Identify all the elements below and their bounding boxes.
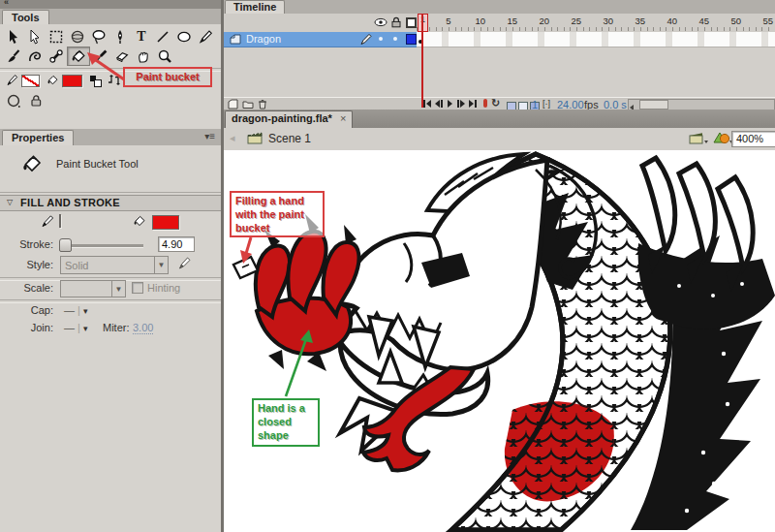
play-button[interactable] [448,100,452,108]
stroke-value: 4.90 [162,238,182,250]
lock-layers-icon[interactable] [390,16,402,30]
hinting-checkbox[interactable] [132,282,143,294]
edit-symbols-button[interactable] [712,131,733,147]
layer-visible-dot[interactable] [379,37,383,41]
outline-layers-icon[interactable] [406,17,417,28]
hand-tool-icon[interactable] [133,47,154,65]
stroke-color-swatch[interactable] [21,75,40,87]
style-label: Style: [0,259,53,270]
zoom-level-field[interactable]: 400% [731,131,775,147]
back-button[interactable]: ◂ [230,132,235,144]
properties-separator-3 [0,299,221,303]
tools-options-row [0,90,221,113]
brush-tool-icon[interactable] [3,47,24,65]
cap-dropdown-arrow-icon: ▾ [83,306,88,316]
bone-tool-icon[interactable] [46,47,67,65]
lock-icon[interactable] [29,94,44,110]
layer-type-icon [230,34,241,47]
fill-and-stroke-header[interactable]: ▽ FILL AND STROKE [0,195,221,211]
layer-outline-color-swatch[interactable] [406,34,417,45]
stage-canvas[interactable]: Filling a hand with the paint bucket Han… [224,150,775,532]
cap-dropdown[interactable]: — | ▾ [64,304,88,316]
section-title: FILL AND STROKE [20,197,120,208]
tab-tools[interactable]: Tools [2,10,49,25]
stroke-slider-track[interactable] [62,244,143,247]
props-fill-color-swatch[interactable] [152,215,179,230]
ruler-number: 25 [572,16,582,26]
zoom-tool-icon[interactable] [154,47,175,65]
free-transform-tool-icon[interactable] [46,28,67,46]
closed-shape-callout-text: Hand is a closed shape [258,402,305,441]
properties-tabstrip: Properties ▾≡ [0,129,221,146]
onion-marker-icon [483,99,487,108]
timeline-empty-area [224,47,775,97]
step-back-button[interactable] [435,100,443,108]
scale-dropdown[interactable]: ▼ [60,280,126,297]
scene-name[interactable]: Scene 1 [268,132,311,145]
ruler-number: 55 [763,16,774,26]
stroke-value-field[interactable]: 4.90 [158,236,195,252]
show-hide-layers-icon[interactable] [374,17,388,29]
step-forward-button[interactable] [457,100,465,108]
goto-first-frame-button[interactable] [423,100,431,108]
miter-value[interactable]: 3.00 [133,322,153,334]
edit-scene-button[interactable] [689,132,708,147]
timeline-panel: Timeline 510152025303540455055 1 Dragon [224,0,775,110]
scrollbar-thumb[interactable] [639,100,668,110]
loop-playback-button[interactable]: ↻ [491,97,500,110]
selection-tool-icon[interactable] [3,28,24,46]
collapse-panel-icon[interactable]: « [4,0,9,7]
document-tab[interactable]: dragon-painting.fla* × [225,110,353,129]
cap-value-icon: — [64,304,75,316]
stroke-slider-thumb[interactable] [59,238,72,252]
playhead[interactable] [421,15,423,108]
layer-frames-dragon[interactable] [417,32,775,47]
text-tool-icon[interactable]: T [131,28,152,46]
props-fill-bucket-icon [133,214,146,230]
document-tab-bar: dragon-painting.fla* × [224,110,775,129]
pen-tool-icon[interactable] [109,28,131,46]
stroke-color-pencil-icon [6,74,18,88]
line-tool-icon[interactable] [152,28,173,46]
frame-ruler-ticks [417,27,775,31]
snap-to-objects-icon[interactable] [7,94,21,110]
style-value: Solid [61,260,154,271]
ruler-number: 35 [636,16,646,26]
3d-rotation-tool-icon[interactable] [67,28,88,46]
ruler-number: 5 [446,16,450,26]
document-close-icon[interactable]: × [340,112,346,124]
layer-lock-dot[interactable] [393,37,397,41]
properties-tab-label: Properties [12,132,64,143]
lasso-tool-icon[interactable] [88,28,109,46]
ruler-number: 30 [604,16,614,26]
scale-label: Scale: [0,282,53,294]
closed-shape-callout: Hand is a closed shape [252,398,320,447]
scene-icon [247,132,263,146]
style-dropdown[interactable]: Solid ▼ [60,256,169,274]
paint-bucket-callout: Paint bucket [123,67,212,87]
deco-tool-icon[interactable] [24,47,46,65]
oval-tool-icon[interactable] [173,28,195,46]
tab-timeline[interactable]: Timeline [225,0,285,14]
edit-stroke-style-button[interactable] [177,256,192,272]
hinting-label: Hinting [147,282,180,294]
section-collapse-icon: ▽ [7,198,13,206]
frame-ruler[interactable]: 510152025303540455055 [417,14,775,31]
style-dropdown-arrow-icon: ▼ [154,257,168,273]
tab-properties[interactable]: Properties [2,130,74,145]
modify-markers-button[interactable]: [·] [542,99,550,109]
document-tab-label: dragon-painting.fla* [232,112,332,124]
stroke-label: Stroke: [0,238,53,250]
goto-last-frame-button[interactable] [469,100,477,108]
subselection-tool-icon[interactable] [24,28,46,46]
ruler-number: 10 [476,16,486,26]
layer-row-dragon[interactable]: Dragon [224,32,417,47]
ruler-number: 40 [667,16,678,26]
edit-bar: ◂ Scene 1 400% [224,128,775,151]
panel-menu-icon[interactable]: ▾≡ [204,131,215,141]
props-stroke-color-swatch[interactable] [59,214,61,228]
pencil-tool-icon[interactable] [195,28,216,46]
join-dropdown[interactable]: — | ▾ [64,322,88,333]
tools-tab-label: Tools [12,12,40,23]
cap-label: Cap: [0,304,53,316]
